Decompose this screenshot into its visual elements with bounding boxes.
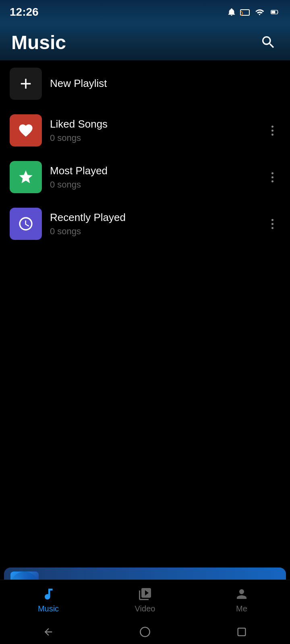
svg-rect-4 (238, 628, 246, 636)
liked-playlist-icon (10, 114, 42, 147)
liked-playlist-count: 0 songs (50, 133, 264, 143)
video-nav-icon (137, 586, 153, 602)
me-nav-label: Me (236, 604, 247, 613)
new-playlist-icon (10, 68, 42, 100)
home-icon (139, 626, 151, 638)
recents-icon (236, 626, 247, 638)
recently-played-playlist-menu[interactable] (264, 212, 280, 236)
three-dots-icon (271, 219, 273, 229)
nav-music[interactable]: Music (16, 586, 81, 613)
header: Music (0, 24, 290, 60)
page-title: Music (11, 31, 66, 54)
music-nav-label: Music (38, 604, 59, 613)
video-nav-label: Video (135, 604, 155, 613)
liked-playlist-info: Liked Songs 0 songs (42, 118, 264, 143)
svg-rect-2 (271, 11, 275, 13)
recently-played-playlist-count: 0 songs (50, 226, 264, 237)
video-icon (138, 587, 152, 601)
playlist-liked[interactable]: Liked Songs 0 songs (0, 107, 290, 154)
svg-point-3 (140, 627, 149, 636)
most-played-playlist-menu[interactable] (264, 165, 280, 189)
new-playlist-label: New Playlist (50, 77, 280, 91)
playlist-recently-played[interactable]: Recently Played 0 songs (0, 200, 290, 247)
new-playlist-info: New Playlist (42, 77, 280, 91)
music-icon (41, 587, 56, 601)
status-bar: 12:26 (0, 0, 290, 24)
person-icon (234, 587, 249, 601)
back-button[interactable] (36, 624, 60, 640)
search-button[interactable] (258, 32, 279, 53)
most-played-playlist-name: Most Played (50, 164, 264, 178)
music-nav-icon (41, 586, 56, 602)
heart-icon (18, 122, 34, 138)
status-time: 12:26 (10, 6, 39, 19)
nav-me[interactable]: Me (209, 586, 274, 613)
recently-played-playlist-info: Recently Played 0 songs (42, 211, 264, 237)
me-nav-icon (234, 586, 249, 602)
most-played-playlist-info: Most Played 0 songs (42, 164, 264, 190)
wifi-icon (254, 8, 265, 17)
system-nav (0, 620, 290, 644)
liked-playlist-name: Liked Songs (50, 118, 264, 131)
home-button[interactable] (133, 624, 157, 640)
three-dots-icon (271, 172, 273, 182)
clock-icon (18, 216, 34, 232)
most-played-playlist-count: 0 songs (50, 180, 264, 190)
plus-icon (17, 75, 34, 92)
bottom-nav: Music Video Me (0, 580, 290, 620)
recently-played-playlist-icon (10, 208, 42, 240)
search-icon (260, 34, 276, 50)
cast-icon (240, 7, 250, 17)
back-icon (43, 626, 54, 638)
app-body: New Playlist Liked Songs 0 songs Most Pl… (0, 60, 290, 580)
recents-button[interactable] (230, 624, 254, 640)
most-played-playlist-icon (10, 161, 42, 193)
liked-playlist-menu[interactable] (264, 118, 280, 142)
playlist-most-played[interactable]: Most Played 0 songs (0, 154, 290, 200)
notification-icon (227, 8, 236, 17)
new-playlist-button[interactable]: New Playlist (0, 60, 290, 107)
recently-played-playlist-name: Recently Played (50, 211, 264, 225)
three-dots-icon (271, 126, 273, 136)
status-icons (227, 7, 280, 17)
battery-icon (269, 8, 280, 17)
nav-video[interactable]: Video (113, 586, 177, 613)
star-icon (18, 169, 34, 185)
